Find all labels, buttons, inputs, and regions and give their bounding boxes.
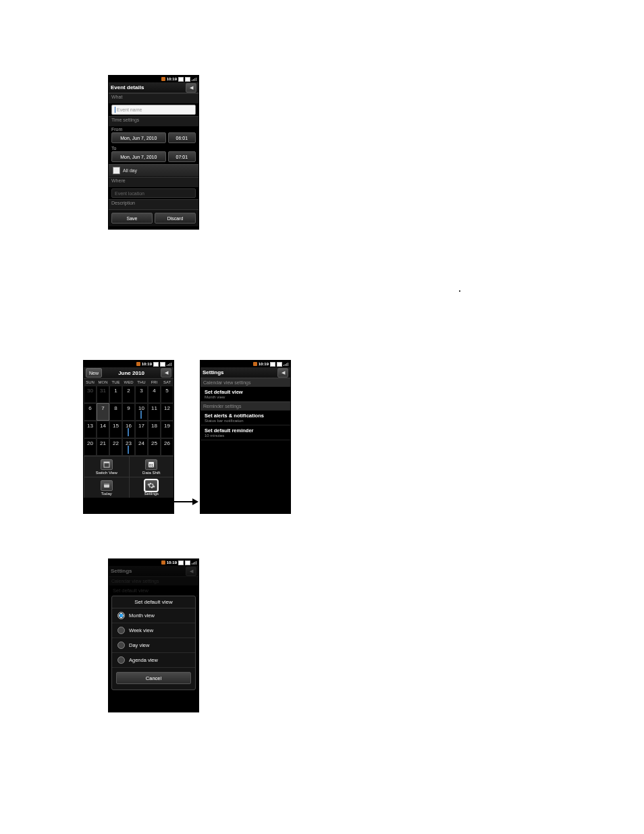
all-day-row[interactable]: All day: [109, 164, 198, 177]
back-button[interactable]: ◀: [277, 368, 288, 377]
calendar-cell[interactable]: 17: [135, 421, 148, 438]
flow-arrow-line: [165, 501, 194, 502]
dialog-cancel-button[interactable]: Cancel: [116, 672, 191, 684]
dialog-option-label: Week view: [129, 627, 153, 633]
calendar-cell[interactable]: 7: [97, 403, 109, 421]
set-default-reminder-sub: 10 minutes: [205, 434, 286, 438]
menu-data-shift[interactable]: 01 Data Shift: [129, 457, 174, 477]
from-time-button[interactable]: 06:01: [168, 132, 196, 143]
notification-icon: [253, 362, 257, 366]
menu-switch-view[interactable]: Switch View: [84, 457, 129, 477]
calendar-cell[interactable]: 12: [161, 403, 173, 421]
calendar-cell[interactable]: 14: [97, 421, 109, 438]
where-label: Where: [109, 177, 198, 187]
calendar-cell[interactable]: 18: [148, 421, 161, 438]
calendar-grid[interactable]: 3031123456789101112131415161718192021222…: [84, 386, 173, 456]
calendar-cell[interactable]: 13: [84, 421, 97, 438]
all-day-checkbox[interactable]: [113, 167, 120, 174]
radio-button[interactable]: [117, 642, 125, 649]
calendar-cell[interactable]: 20: [84, 438, 97, 456]
location-input[interactable]: Event location: [111, 188, 196, 198]
new-event-button[interactable]: New: [86, 368, 102, 377]
settings-icon: [145, 480, 157, 491]
calendar-cell[interactable]: 24: [135, 438, 148, 456]
discard-button[interactable]: Discard: [155, 213, 196, 224]
menu-settings[interactable]: Settings: [129, 477, 174, 498]
signal-icon: [192, 561, 197, 565]
from-date-button[interactable]: Mon, Jun 7, 2010: [111, 132, 166, 143]
radio-button[interactable]: [117, 627, 125, 634]
calendar-cell[interactable]: 3: [135, 386, 148, 403]
alarm-icon: [185, 561, 190, 565]
menu-data-shift-label: Data Shift: [142, 471, 160, 475]
dialog-option[interactable]: Day view: [112, 638, 195, 653]
set-default-reminder-item[interactable]: Set default reminder 10 minutes: [200, 425, 290, 440]
to-time-button[interactable]: 07:01: [168, 151, 196, 162]
dialog-title: Set default view: [112, 596, 195, 608]
calendar-cell[interactable]: 19: [161, 421, 173, 438]
set-alerts-item[interactable]: Set alerts & notifications Status bar no…: [200, 411, 290, 425]
description-label: Description: [109, 199, 198, 209]
calendar-cell[interactable]: 8: [109, 403, 122, 421]
event-name-input[interactable]: Event name: [111, 105, 196, 115]
save-button[interactable]: Save: [111, 213, 153, 224]
menu-today[interactable]: Today: [84, 477, 129, 498]
radio-button[interactable]: [117, 612, 125, 619]
status-time: 10:19: [142, 362, 152, 366]
today-icon: [101, 480, 113, 491]
dow-cell: SAT: [161, 379, 173, 386]
calendar-cell[interactable]: 30: [84, 386, 97, 403]
dialog-option-label: Agenda view: [129, 657, 158, 663]
dow-cell: SUN: [84, 379, 97, 386]
dow-cell: FRI: [148, 379, 161, 386]
calendar-cell[interactable]: 16: [122, 421, 135, 438]
set-default-view-item[interactable]: Set default view Month view: [200, 387, 290, 402]
dialog-option[interactable]: Week view: [112, 623, 195, 638]
calendar-cell[interactable]: 1: [109, 386, 122, 403]
calendar-cell[interactable]: 11: [148, 403, 161, 421]
calendar-cell[interactable]: 9: [122, 403, 135, 421]
set-alerts-sub: Status bar notification: [205, 419, 286, 423]
title-bar-dimmed: Settings ◀: [109, 566, 198, 577]
calendar-cell[interactable]: 15: [109, 421, 122, 438]
calendar-cell[interactable]: 23: [122, 438, 135, 456]
flow-arrow-head: [192, 498, 198, 505]
time-settings-label: Time settings: [109, 116, 198, 126]
calendar-cell[interactable]: 6: [84, 403, 97, 421]
calendar-cell[interactable]: 26: [161, 438, 173, 456]
calendar-cell[interactable]: 25: [148, 438, 161, 456]
month-title: June 2010: [102, 370, 161, 376]
location-placeholder: Event location: [115, 191, 144, 196]
calendar-cell[interactable]: 10: [135, 403, 148, 421]
radio-button[interactable]: [117, 656, 125, 664]
text-cursor: [115, 107, 115, 113]
data-shift-icon: 01: [145, 459, 157, 470]
calendar-cell[interactable]: 21: [97, 438, 109, 456]
svg-text:01: 01: [149, 463, 154, 467]
to-date-button[interactable]: Mon, Jun 7, 2010: [111, 151, 166, 162]
calendar-cell[interactable]: 31: [97, 386, 109, 403]
event-indicator: [140, 411, 142, 419]
dialog-option[interactable]: Agenda view: [112, 653, 195, 668]
battery-icon: [153, 362, 159, 367]
item-dimmed: Set default view: [109, 585, 198, 596]
status-bar: 10:19: [109, 76, 198, 82]
battery-icon: [270, 362, 275, 367]
back-button[interactable]: ◀: [186, 83, 196, 93]
calendar-cell[interactable]: 4: [148, 386, 161, 403]
page-title: Event details: [111, 84, 144, 90]
calendar-cell[interactable]: 22: [109, 438, 122, 456]
back-button[interactable]: ◀: [161, 368, 171, 377]
calendar-cell[interactable]: 5: [161, 386, 173, 403]
dialog-option[interactable]: Month view: [112, 608, 195, 623]
notification-icon: [161, 77, 165, 81]
title-bar: Settings ◀: [200, 367, 290, 378]
dow-cell: TUE: [109, 379, 122, 386]
set-default-reminder-title: Set default reminder: [205, 427, 286, 434]
stray-mark: [459, 290, 460, 292]
signal-icon: [192, 77, 197, 81]
event-name-placeholder: Event name: [117, 107, 142, 112]
dow-cell: THU: [135, 379, 148, 386]
calendar-cell[interactable]: 2: [122, 386, 135, 403]
item-dimmed-title: Set default view: [113, 588, 194, 594]
